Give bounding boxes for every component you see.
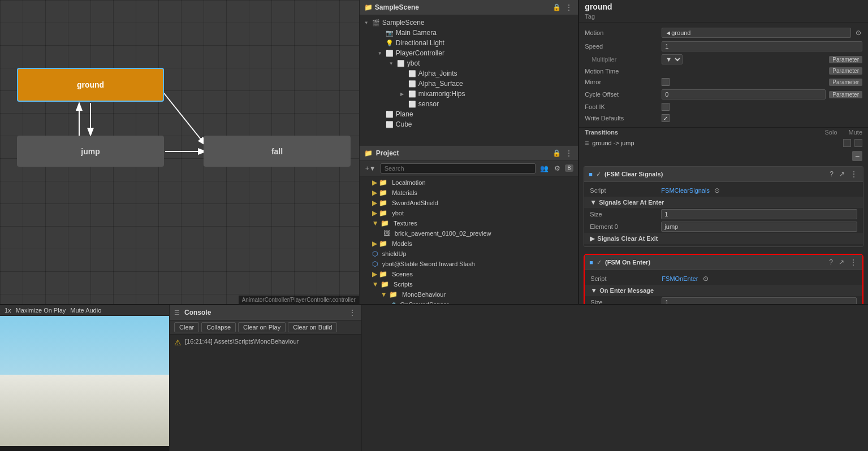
project-item-models[interactable]: ▶ 📁 Models [360,238,578,249]
tree-label-cube: Cube [396,120,412,128]
tree-item-alphajoints[interactable]: ⬜ Alpha_Joints [360,68,578,79]
fsm-clear-checkbox[interactable]: ✓ [596,171,601,178]
console-menu-btn[interactable]: ⋮ [348,307,357,318]
console-header: ☰ Console ⋮ [170,305,361,320]
inspector-mirror-checkbox[interactable] [662,78,670,86]
transition-solo-checkbox[interactable] [843,139,851,147]
inspector-object-header: ground Tag [579,0,868,23]
project-item-scenes[interactable]: ▶ 📁 Scenes [360,269,578,279]
tree-item-plane[interactable]: ⬜ Plane [360,109,578,119]
console-collapse-btn[interactable]: Collapse [201,322,236,332]
state-node-ground[interactable]: ground [17,68,164,102]
playback-magnify: 1x [5,307,11,314]
project-title: Project [376,149,399,157]
tree-item-samplescene[interactable]: ▼ 🎬 SampleScene [360,18,578,28]
fsm-clear-enter-header[interactable]: ▼ Signals Clear At Enter [584,197,863,208]
inspector-tag-label: Tag [585,13,595,20]
project-lock-btn[interactable]: 🔒 [551,148,562,158]
fsm-enter-menu-btn[interactable]: ⋮ [849,257,858,267]
project-item-materials[interactable]: ▶ 📁 Materials [360,188,578,198]
console-clear-btn[interactable]: Clear [174,322,199,332]
project-people-btn[interactable]: 👥 [539,163,550,174]
mute-audio-btn[interactable]: Mute Audio [70,307,101,314]
tree-item-playercontroller[interactable]: ▼ ⬜ PlayerController [360,48,578,58]
console-msg-text: [16:21:44] Assets\Scripts\MonoBehaviour [185,338,299,345]
fsm-enter-script-value[interactable]: FSMOnEnter [662,275,698,282]
inspector-motion-circle-btn[interactable]: ⊙ [854,28,862,38]
project-item-swordshield[interactable]: ▶ 📁 SwordAndShield [360,198,578,208]
inspector-motiontime-param[interactable]: Parameter [829,67,862,75]
tree-item-sensor[interactable]: ⬜ sensor [360,99,578,109]
fsm-enter-message-header[interactable]: ▼ On Enter Message [585,285,862,296]
state-node-fall[interactable]: fall [204,136,351,167]
transition-item-ground-jump[interactable]: ≡ ground -> jump [579,137,868,149]
project-add-btn[interactable]: +▼ [364,163,377,174]
project-label-scenes: Scenes [392,271,413,277]
inspector-mirror-param[interactable]: Parameter [829,79,862,86]
fsm-clear-help-btn[interactable]: ? [828,169,835,179]
tree-label-alphasurface: Alpha_Surface [418,80,463,88]
tree-item-cube[interactable]: ⬜ Cube [360,119,578,129]
project-filter-btn[interactable]: ⚙ [553,163,562,174]
project-item-ybot-anim[interactable]: ⬡ ybot@Stable Sword Inward Slash [360,259,578,269]
tree-label-directionallight: Directional Light [396,39,444,47]
warn-icon: ⚠ [174,338,182,347]
inspector-motion-value[interactable]: ◄ground [662,28,851,38]
project-icon: 📁 [364,149,373,157]
project-item-ybot[interactable]: ▶ 📁 ybot [360,208,578,218]
inspector-tag-row: Tag [585,13,862,20]
project-item-monobehaviour[interactable]: ▼ 📁 MonoBehaviour [360,289,578,300]
tree-item-maincamera[interactable]: 📷 Main Camera [360,28,578,38]
project-search-input[interactable] [381,163,536,174]
fsm-enter-script-circle[interactable]: ⊙ [702,274,710,284]
hierarchy-lock-btn[interactable]: 🔒 [551,2,562,12]
inspector-speed-value[interactable]: 1 [662,41,862,51]
tree-item-mixamorig[interactable]: ▶ ⬜ mixamorig:Hips [360,89,578,99]
hierarchy-menu-btn[interactable]: ⋮ [564,2,573,12]
fsm-enter-size-value[interactable]: 1 [662,297,857,304]
transition-mute-checkbox[interactable] [854,139,862,147]
project-label-shieldup: shieldUp [382,250,407,257]
inspector-cycleoffset-param[interactable]: Parameter [829,91,862,98]
project-label-swordshield: SwordAndShield [392,200,438,206]
console-clearbuild-btn[interactable]: Clear on Build [288,322,337,332]
inspector-speed-label: Speed [585,43,658,50]
fsm-enter-checkbox[interactable]: ✓ [597,259,602,266]
fsm-enter-help-btn[interactable]: ? [828,257,834,267]
project-item-ongroundsensor[interactable]: # OnGroundSensor [360,300,578,305]
maximize-on-play-btn[interactable]: Maximize On Play [16,307,66,314]
project-item-scripts[interactable]: ▼ 📁 Scripts [360,279,578,289]
transition-remove-btn[interactable]: − [852,151,862,161]
project-item-shieldup[interactable]: ⬡ shieldUp [360,249,578,259]
inspector-multiplier-dropdown[interactable]: ▼ [662,54,683,64]
fsm-enter-script-row: Script FSMOnEnter ⊙ [585,272,862,285]
console-message: ⚠ [16:21:44] Assets\Scripts\MonoBehaviou… [174,337,357,348]
fsm-clear-edit-btn[interactable]: ↗ [838,169,846,179]
inspector-motion-label: Motion [585,29,658,36]
project-menu-btn[interactable]: ⋮ [564,148,573,158]
fsm-clear-script-value[interactable]: FSMClearSignals [661,187,710,194]
fsm-clear-menu-btn[interactable]: ⋮ [849,169,858,179]
state-ground-label: ground [77,80,104,89]
project-item-textures[interactable]: ▼ 📁 Textures [360,218,578,228]
fsm-clear-script-circle[interactable]: ⊙ [713,185,721,196]
fsm-clear-element0-value[interactable]: jump [661,222,857,232]
inspector-cycleoffset-label: Cycle Offset [585,91,658,98]
fsm-clear-size-value[interactable]: 1 [661,209,857,219]
inspector-footik-row: Foot IK [585,101,862,112]
inspector-writedefaults-label: Write Defaults [585,115,658,122]
tree-item-directionallight[interactable]: 💡 Directional Light [360,38,578,48]
fsm-enter-edit-btn[interactable]: ↗ [837,257,845,267]
inspector-writedefaults-checkbox[interactable]: ✓ [662,114,670,122]
inspector-footik-checkbox[interactable] [662,103,670,111]
tree-label-ybot: ybot [407,59,420,67]
tree-item-alphasurface[interactable]: ⬜ Alpha_Surface [360,79,578,89]
inspector-cycleoffset-value[interactable]: 0 [662,89,826,99]
project-item-brick[interactable]: 🖼 brick_pavement_0100_02_preview [360,228,578,238]
inspector-multiplier-param[interactable]: Parameter [829,56,862,63]
console-clearplay-btn[interactable]: Clear on Play [238,322,286,332]
project-item-localmotion[interactable]: ▶ 📁 Localmotion [360,177,578,188]
state-node-jump[interactable]: jump [17,136,164,167]
tree-item-ybot[interactable]: ▼ ⬜ ybot [360,58,578,68]
fsm-clear-exit-header[interactable]: ▶ Signals Clear At Exit [584,233,863,244]
